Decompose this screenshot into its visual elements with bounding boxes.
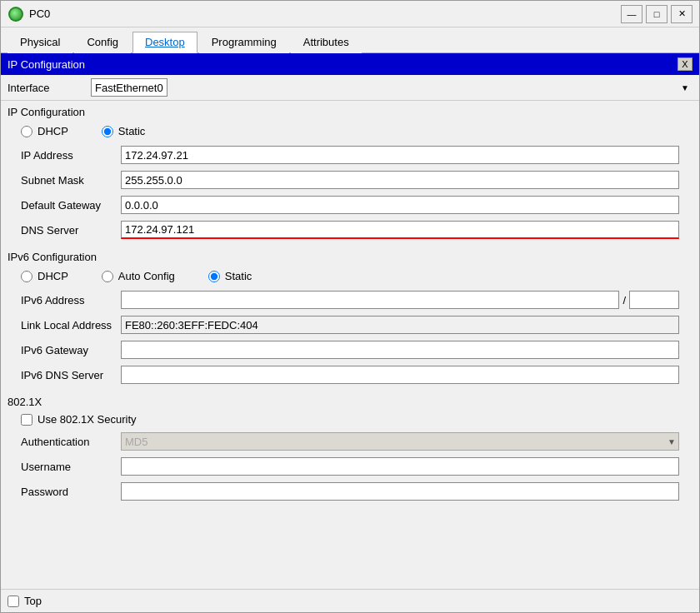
auth-row: Authentication MD5 bbox=[8, 429, 692, 454]
ipv6-dns-server-row: IPv6 DNS Server bbox=[8, 362, 692, 387]
top-checkbox[interactable] bbox=[8, 596, 19, 607]
ipv6-dns-server-label: IPv6 DNS Server bbox=[21, 369, 121, 381]
link-local-address-row: Link Local Address bbox=[8, 312, 692, 337]
close-button[interactable]: ✕ bbox=[671, 5, 692, 23]
ip-config-close-button[interactable]: X bbox=[678, 57, 692, 71]
ipv4-section-header: IP Configuration bbox=[1, 101, 699, 120]
static-radio[interactable] bbox=[102, 126, 113, 137]
ipv6-static-label: Static bbox=[225, 270, 252, 282]
auth-label: Authentication bbox=[21, 436, 121, 448]
username-label: Username bbox=[21, 461, 121, 473]
ip-address-row: IP Address bbox=[8, 142, 692, 167]
ipv6-address-row: IPv6 Address / bbox=[8, 287, 692, 312]
tab-config[interactable]: Config bbox=[74, 32, 131, 53]
main-content: IP Configuration X Interface FastEtherne… bbox=[1, 53, 699, 589]
dhcp-radio[interactable] bbox=[21, 126, 32, 137]
subnet-mask-row: Subnet Mask bbox=[8, 167, 692, 192]
dns-server-input[interactable] bbox=[121, 221, 679, 239]
ipv6-dhcp-radio-label[interactable]: DHCP bbox=[21, 270, 68, 282]
ipv6-prefix-length-input[interactable] bbox=[629, 291, 679, 309]
username-input[interactable] bbox=[121, 457, 679, 476]
ipv6-address-label: IPv6 Address bbox=[21, 294, 121, 306]
interface-select-wrapper: FastEthernet0 bbox=[91, 78, 692, 97]
top-checkbox-row: Top bbox=[8, 595, 42, 607]
auth-select-wrapper: MD5 bbox=[121, 432, 679, 451]
ipv6-static-radio-label[interactable]: Static bbox=[208, 270, 252, 282]
interface-select[interactable]: FastEthernet0 bbox=[91, 78, 168, 97]
ipv6-gateway-label: IPv6 Gateway bbox=[21, 344, 121, 356]
ipv6-address-input[interactable] bbox=[121, 291, 619, 309]
ipv6-radio-row: DHCP Auto Config Static bbox=[8, 265, 692, 287]
password-input[interactable] bbox=[121, 482, 679, 501]
tab-attributes[interactable]: Attributes bbox=[291, 32, 362, 53]
dhcp-label: DHCP bbox=[38, 125, 68, 137]
default-gateway-label: Default Gateway bbox=[21, 199, 121, 212]
dhcp-radio-label[interactable]: DHCP bbox=[21, 125, 68, 137]
ipv6-slash: / bbox=[622, 294, 626, 306]
top-checkbox-label: Top bbox=[24, 595, 42, 607]
dot1x-checkbox[interactable] bbox=[21, 414, 32, 426]
tab-physical[interactable]: Physical bbox=[8, 32, 72, 53]
window-controls: — □ ✕ bbox=[621, 5, 692, 23]
static-label: Static bbox=[118, 125, 146, 137]
tab-bar: Physical Config Desktop Programming Attr… bbox=[1, 27, 699, 53]
password-row: Password bbox=[8, 479, 692, 504]
password-label: Password bbox=[21, 486, 121, 498]
ip-config-header: IP Configuration X bbox=[1, 53, 699, 75]
ipv6-dns-server-input[interactable] bbox=[121, 366, 679, 384]
ipv4-form-section: DHCP Static IP Address Subnet Mask Defau… bbox=[1, 120, 699, 246]
window-title: PC0 bbox=[29, 7, 621, 20]
tab-programming[interactable]: Programming bbox=[199, 32, 289, 53]
static-radio-label[interactable]: Static bbox=[102, 125, 146, 137]
dns-server-label: DNS Server bbox=[21, 224, 121, 237]
ipv6-dhcp-label: DHCP bbox=[38, 270, 68, 282]
ip-config-title: IP Configuration bbox=[8, 58, 85, 71]
dns-server-row: DNS Server bbox=[8, 217, 692, 242]
tab-desktop[interactable]: Desktop bbox=[132, 32, 198, 53]
dot1x-checkbox-label: Use 802.1X Security bbox=[38, 413, 137, 426]
dot1x-section-header: 802.1X bbox=[1, 391, 699, 410]
auth-select[interactable]: MD5 bbox=[121, 432, 679, 451]
username-row: Username bbox=[8, 454, 692, 479]
ip-address-label: IP Address bbox=[21, 149, 121, 162]
interface-row: Interface FastEthernet0 bbox=[1, 75, 699, 101]
ip-address-input[interactable] bbox=[121, 146, 679, 164]
subnet-mask-label: Subnet Mask bbox=[21, 174, 121, 187]
ipv6-address-inputs: / bbox=[121, 291, 679, 309]
default-gateway-input[interactable] bbox=[121, 196, 679, 214]
minimize-button[interactable]: — bbox=[621, 5, 642, 23]
ipv6-autoconfig-radio[interactable] bbox=[102, 271, 113, 282]
ipv6-autoconfig-radio-label[interactable]: Auto Config bbox=[102, 270, 175, 282]
ipv6-static-radio[interactable] bbox=[208, 271, 220, 282]
ipv6-form-section: DHCP Auto Config Static IPv6 Address / bbox=[1, 265, 699, 391]
default-gateway-row: Default Gateway bbox=[8, 192, 692, 217]
subnet-mask-input[interactable] bbox=[121, 171, 679, 189]
maximize-button[interactable]: □ bbox=[646, 5, 668, 23]
interface-label: Interface bbox=[8, 82, 91, 94]
ipv6-section-header: IPv6 Configuration bbox=[1, 246, 699, 265]
ipv4-radio-row: DHCP Static bbox=[8, 120, 692, 142]
link-local-address-label: Link Local Address bbox=[21, 319, 121, 331]
ipv6-gateway-input[interactable] bbox=[121, 341, 679, 359]
bottom-bar: Top bbox=[1, 589, 699, 612]
ipv6-autoconfig-label: Auto Config bbox=[118, 270, 175, 282]
title-bar: PC0 — □ ✕ bbox=[1, 1, 699, 27]
dot1x-form-section: Use 802.1X Security Authentication MD5 U… bbox=[1, 410, 699, 507]
ipv6-gateway-row: IPv6 Gateway bbox=[8, 337, 692, 362]
main-window: PC0 — □ ✕ Physical Config Desktop Progra… bbox=[0, 0, 700, 613]
app-icon bbox=[8, 6, 24, 22]
dot1x-checkbox-row: Use 802.1X Security bbox=[8, 410, 692, 429]
ipv6-dhcp-radio[interactable] bbox=[21, 271, 32, 282]
link-local-address-input[interactable] bbox=[121, 316, 679, 334]
